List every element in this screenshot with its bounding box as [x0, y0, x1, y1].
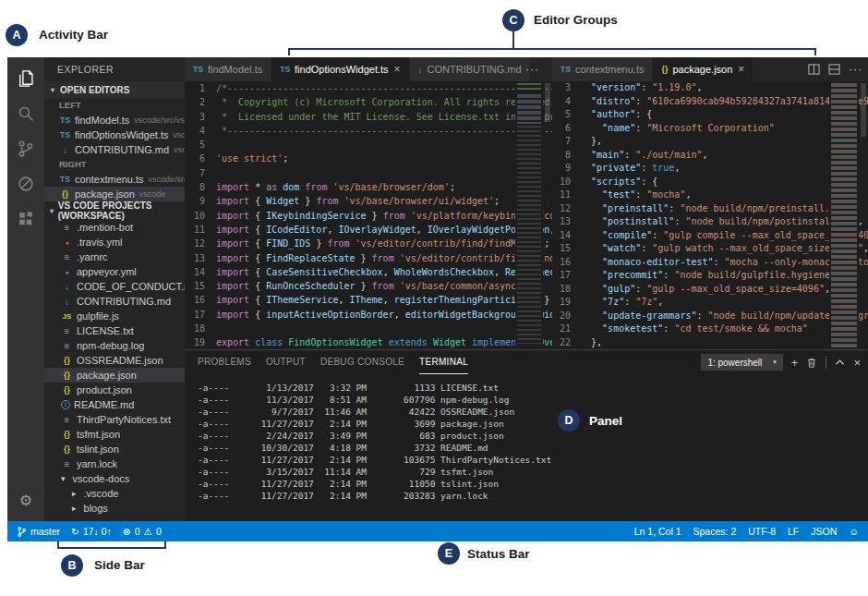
scrollbar[interactable] [543, 81, 552, 349]
file-row[interactable]: ≡ ThirdPartyNotices.txt [44, 412, 185, 427]
file-row[interactable]: {} OSSREADME.json [44, 353, 185, 368]
cursor-position[interactable]: Ln 1, Col 1 [634, 526, 681, 537]
file-row[interactable]: {} tsfmt.json [44, 427, 185, 442]
file-type-icon: TS [561, 65, 571, 74]
file-type-icon: ≡ [61, 252, 73, 262]
line-content: "smoketest": "cd test/smoke && mocha" [580, 322, 868, 336]
scrollbar[interactable] [859, 81, 868, 349]
terminal-select-value: 1: powershell [707, 358, 762, 368]
git-sync-indicator[interactable]: ↻ 17↓ 0↑ [71, 526, 112, 537]
file-row[interactable]: ≡ yarn.lock [44, 456, 185, 471]
code-line: 19 export class FindOptionsWidget extend… [185, 335, 552, 349]
panel-tab[interactable]: DEBUG CONSOLE [320, 350, 404, 374]
language-mode-indicator[interactable]: JSON [811, 526, 837, 537]
close-tab-icon[interactable]: × [738, 63, 744, 76]
kill-terminal-icon[interactable] [806, 357, 817, 369]
status-bar: master ↻ 17↓ 0↑ ⊗ 0 ⚠ 0 Ln 1, Col 1 Spac… [7, 521, 868, 541]
workspace-label: VS CODE PROJECTS (WORKSPACE) [58, 201, 185, 221]
file-row[interactable]: ▸ .vscode [44, 486, 185, 501]
editor-tab[interactable]: {} package.json × [653, 57, 753, 81]
code-line: 16 import { IThemeService, ITheme, regis… [185, 293, 552, 307]
sidebar-title: EXPLORER [44, 57, 185, 81]
close-tab-icon[interactable]: × [394, 63, 401, 76]
file-row[interactable]: ● .travis.yml [44, 235, 185, 249]
panel-actions: 1: powershell ▾ + × [701, 350, 861, 374]
open-editor-item[interactable]: TS findModel.ts vscode/src/vs/... [44, 113, 185, 128]
open-editor-item[interactable]: {} package.json vscode [44, 187, 185, 201]
line-content: }, [580, 135, 868, 149]
line-number: 12 [185, 237, 216, 250]
file-row[interactable]: {} product.json [44, 383, 185, 397]
toggle-layout-icon[interactable] [828, 64, 840, 75]
split-editor-icon[interactable] [808, 64, 820, 75]
close-panel-icon[interactable]: × [853, 357, 861, 369]
minimap[interactable] [515, 81, 543, 349]
new-terminal-icon[interactable]: + [791, 357, 799, 369]
terminal-select[interactable]: 1: powershell ▾ [701, 354, 782, 371]
file-row[interactable]: {} tslint.json [44, 442, 185, 456]
file-type-icon: ≡ [61, 341, 73, 351]
terminal-line: -a---- 1/13/2017 3:32 PM 1133 LICENSE.tx… [198, 382, 861, 394]
problems-indicator[interactable]: ⊗ 0 ⚠ 0 [123, 526, 162, 537]
open-editors-header[interactable]: ▾ OPEN EDITORS [44, 81, 185, 98]
file-row[interactable]: {} package.json [44, 368, 185, 383]
editor-group-left: TS findModel.ts TS findOptionsWidget.ts … [185, 57, 552, 349]
code-editor[interactable]: 3 "version": "1.19.0", 4 "distro": "610c… [552, 81, 868, 349]
file-type-icon: ↓ [418, 65, 423, 75]
file-type-icon: TS [193, 65, 203, 74]
terminal-line: -a---- 11/27/2017 2:14 PM 203283 yarn.lo… [198, 490, 861, 502]
terminal[interactable]: -a---- 1/13/2017 3:32 PM 1133 LICENSE.tx… [198, 382, 861, 521]
scrollbar-thumb[interactable] [861, 83, 866, 137]
editor-tab[interactable]: TS findModel.ts [185, 57, 271, 81]
line-content: import * as dom from 'vs/base/browser/do… [216, 180, 552, 194]
code-line: 10 import { IKeybindingService } from 'v… [185, 209, 552, 223]
more-actions-icon[interactable]: ··· [849, 63, 862, 76]
editor-tab[interactable]: TS findOptionsWidget.ts × [271, 57, 409, 81]
git-branch-indicator[interactable]: master [17, 526, 60, 538]
workspace-header[interactable]: ▾ VS CODE PROJECTS (WORKSPACE) [44, 201, 185, 220]
activity-bar-source-control[interactable] [7, 131, 44, 166]
activity-bar-debug[interactable] [7, 166, 44, 201]
line-content: import { IKeybindingService } from 'vs/p… [216, 209, 552, 223]
code-line: 16 "monaco-editor-test": "mocha --only-m… [552, 256, 868, 270]
indentation-indicator[interactable]: Spaces: 2 [693, 526, 737, 537]
file-row[interactable]: ≡ .yarnrc [44, 249, 185, 264]
file-row[interactable]: ▸ blogs [44, 501, 185, 516]
file-row[interactable]: i README.md [44, 397, 185, 412]
panel-tab[interactable]: TERMINAL [419, 350, 468, 374]
code-line: 14 import { CaseSensitiveCheckbox, Whole… [185, 265, 552, 279]
editor-tab[interactable]: ↓ CONTRIBUTING.md [410, 57, 531, 81]
file-row[interactable]: ● appveyor.yml [44, 264, 185, 279]
panel-tab[interactable]: OUTPUT [266, 350, 306, 374]
maximize-panel-icon[interactable] [835, 359, 845, 366]
open-editor-item[interactable]: TS contextmenu.ts vscode/src/vs/... [44, 172, 185, 187]
activity-bar-extensions[interactable] [7, 201, 44, 237]
eol-indicator[interactable]: LF [788, 526, 799, 537]
code-line: 15 import { RunOnceScheduler } from 'vs/… [185, 279, 552, 293]
file-row[interactable]: ≡ LICENSE.txt [44, 323, 185, 338]
open-editor-item[interactable]: ↓ CONTRIBUTING.md vscode [44, 142, 185, 157]
activity-bar-search[interactable] [7, 96, 44, 131]
settings-gear-button[interactable]: ⚙ [7, 486, 44, 514]
line-number: 11 [185, 223, 216, 237]
editor-tab[interactable]: TS contextmenu.ts [552, 57, 653, 81]
file-type-icon: {} [61, 430, 73, 439]
feedback-smiley-icon[interactable]: ☺ [849, 526, 859, 537]
file-row[interactable]: ↓ CONTRIBUTING.md [44, 294, 185, 309]
file-row[interactable]: JS gulpfile.js [44, 309, 185, 323]
file-row[interactable]: ≡ .mention-bot [44, 220, 185, 235]
more-tabs-icon[interactable]: ··· [525, 57, 539, 81]
file-row[interactable]: ▾ vscode-docs [44, 471, 185, 486]
encoding-indicator[interactable]: UTF-8 [748, 526, 776, 537]
open-editor-item[interactable]: TS findOptionsWidget.ts vsco... [44, 128, 185, 142]
minimap[interactable] [829, 81, 859, 349]
code-editor[interactable]: 1 /*------------------------------------… [185, 81, 552, 349]
activity-bar-explorer[interactable] [7, 61, 44, 96]
line-number: 15 [185, 279, 216, 293]
tab-list: TS contextmenu.ts {} package.json × [552, 57, 753, 81]
file-row[interactable]: ↓ CODE_OF_CONDUCT.md [44, 279, 185, 294]
panel-tab[interactable]: PROBLEMS [198, 350, 251, 374]
search-icon [17, 104, 35, 123]
scrollbar-thumb[interactable] [545, 83, 550, 122]
file-row[interactable]: ≡ npm-debug.log [44, 338, 185, 353]
